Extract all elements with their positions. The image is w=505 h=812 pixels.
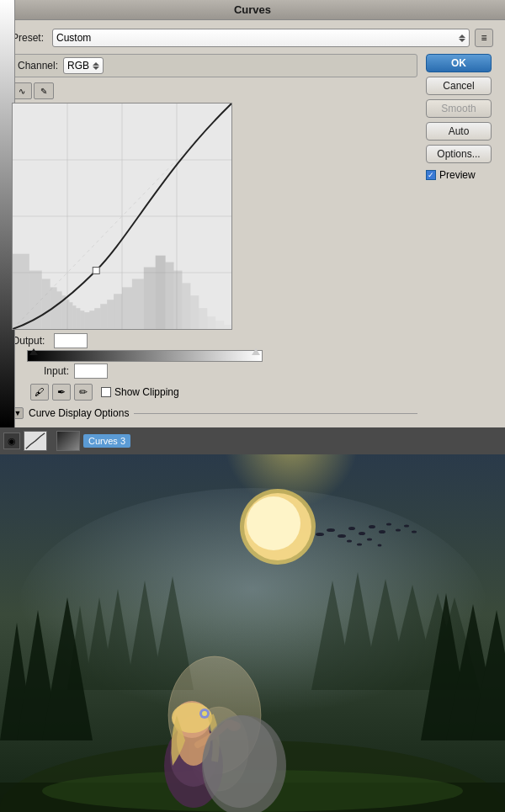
- channel-arrows: [93, 62, 99, 70]
- show-clipping-checkbox[interactable]: [101, 387, 111, 397]
- left-panel: Channel: RGB ∿ ✎: [12, 54, 417, 419]
- svg-point-57: [367, 539, 372, 541]
- preset-value: Custom: [56, 32, 91, 44]
- dialog-titlebar: Curves: [0, 0, 505, 20]
- options-button[interactable]: Options...: [426, 145, 492, 163]
- cancel-button[interactable]: Cancel: [426, 77, 492, 95]
- svg-rect-9: [42, 279, 50, 329]
- channel-row: Channel: RGB: [12, 54, 417, 77]
- gradient-handle-white[interactable]: [252, 348, 260, 355]
- pencil-tool-button[interactable]: ✎: [34, 82, 54, 99]
- layer-curves-thumbnail: [24, 431, 47, 451]
- layer-mask-thumbnail: [56, 431, 80, 451]
- svg-point-50: [379, 530, 385, 533]
- svg-rect-18: [84, 312, 89, 329]
- eye-icon: ◉: [8, 436, 16, 447]
- dialog-title: Curves: [234, 3, 271, 16]
- layer-visibility-toggle[interactable]: ◉: [3, 433, 20, 449]
- show-clipping-row: Show Clipping: [101, 386, 179, 398]
- input-label: Input:: [32, 365, 69, 377]
- svg-point-56: [357, 544, 362, 546]
- svg-point-55: [347, 540, 352, 543]
- svg-rect-35: [224, 325, 231, 329]
- preview-checkbox[interactable]: ✓: [426, 170, 436, 180]
- auto-button[interactable]: Auto: [426, 122, 492, 141]
- svg-point-54: [412, 531, 417, 533]
- input-row: Input:: [12, 364, 417, 379]
- channel-select[interactable]: RGB: [63, 57, 104, 74]
- svg-rect-16: [76, 308, 80, 329]
- curves-dialog: Curves Preset: Custom ≡ Chann: [0, 0, 505, 427]
- channel-arrow-up: [93, 62, 99, 66]
- channel-value: RGB: [67, 60, 89, 72]
- svg-point-47: [348, 527, 355, 530]
- eyedropper-black-button[interactable]: 🖋: [30, 384, 49, 401]
- svg-rect-13: [66, 300, 70, 329]
- svg-rect-36: [93, 268, 99, 274]
- svg-point-48: [359, 532, 365, 535]
- svg-point-46: [338, 534, 346, 538]
- eyedropper-gray-button[interactable]: ✒: [52, 384, 71, 401]
- svg-point-88: [203, 715, 277, 808]
- svg-rect-19: [89, 310, 94, 329]
- input-gradient-bar: [27, 350, 263, 362]
- eyedropper-black-icon: 🖋: [35, 386, 45, 398]
- preview-row: ✓ Preview: [426, 169, 493, 181]
- svg-rect-29: [174, 271, 183, 329]
- svg-rect-27: [156, 256, 166, 329]
- eyedropper-white-icon: ✏: [79, 386, 88, 398]
- svg-rect-15: [72, 305, 76, 329]
- curve-container: [12, 103, 417, 330]
- list-icon: ≡: [481, 32, 486, 44]
- svg-rect-23: [114, 294, 122, 329]
- smooth-button[interactable]: Smooth: [426, 99, 492, 118]
- dialog-body: Preset: Custom ≡ Channel: RGB: [0, 20, 505, 427]
- svg-rect-11: [57, 291, 62, 329]
- cdo-separator: [134, 413, 417, 414]
- preset-list-button[interactable]: ≡: [475, 29, 493, 47]
- svg-rect-33: [207, 316, 215, 329]
- svg-rect-17: [80, 310, 84, 329]
- svg-rect-25: [132, 279, 144, 329]
- svg-rect-34: [215, 321, 224, 329]
- right-panel: OK Cancel Smooth Auto Options... ✓ Previ…: [426, 54, 493, 419]
- output-label: Output:: [12, 335, 49, 347]
- svg-rect-20: [94, 308, 100, 329]
- svg-point-51: [386, 523, 391, 526]
- svg-point-53: [404, 525, 409, 528]
- svg-point-43: [247, 496, 300, 550]
- output-value[interactable]: [54, 333, 88, 348]
- channel-arrow-down: [93, 66, 99, 70]
- gradient-handle-black[interactable]: [29, 348, 38, 355]
- preset-select[interactable]: Custom: [52, 29, 470, 47]
- bottom-gradient-container: [27, 348, 263, 362]
- arrow-down-icon: [459, 39, 465, 42]
- curve-tools: ∿ ✎: [12, 82, 417, 99]
- arrow-up-icon: [459, 34, 465, 38]
- svg-rect-26: [144, 268, 156, 329]
- svg-rect-32: [199, 308, 207, 329]
- output-row: Output:: [12, 333, 417, 348]
- eyedropper-white-button[interactable]: ✏: [74, 384, 93, 401]
- svg-rect-7: [13, 254, 29, 329]
- svg-point-52: [396, 529, 401, 532]
- curve-canvas[interactable]: [12, 103, 232, 330]
- eyedropper-gray-icon: ✒: [57, 386, 66, 398]
- channel-label: Channel:: [18, 60, 58, 72]
- ok-button[interactable]: OK: [426, 54, 492, 72]
- preset-arrows: [459, 34, 465, 42]
- main-content: Channel: RGB ∿ ✎: [12, 54, 493, 419]
- input-value[interactable]: [74, 364, 108, 379]
- svg-point-44: [316, 533, 324, 536]
- svg-rect-28: [166, 263, 174, 329]
- svg-point-45: [327, 528, 335, 532]
- layer-bar: ◉ Curves 3: [0, 427, 505, 454]
- svg-rect-22: [107, 300, 114, 329]
- eyedropper-row: 🖋 ✒ ✏ Show Clipping: [12, 384, 417, 401]
- bottom-gradient-row: [12, 348, 417, 362]
- layer-name: Curves 3: [83, 434, 130, 448]
- scene-svg: [0, 454, 505, 812]
- svg-rect-24: [122, 287, 132, 329]
- show-clipping-label: Show Clipping: [114, 386, 179, 398]
- svg-point-49: [369, 525, 375, 528]
